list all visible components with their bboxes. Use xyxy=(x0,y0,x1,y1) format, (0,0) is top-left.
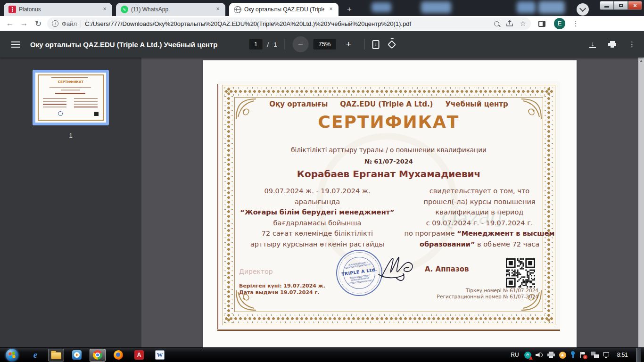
taskbar-icon-acrobat[interactable]: A xyxy=(131,349,147,362)
scan-edge-artifact xyxy=(217,329,560,331)
close-button[interactable]: × xyxy=(628,1,642,10)
maximize-button[interactable] xyxy=(614,1,628,10)
taskbar-icon-firefox[interactable] xyxy=(110,349,126,362)
page-number-input[interactable]: 1 xyxy=(249,39,263,49)
address-bar: ← → ↻ i Файл C:/Users/777/Downloads/Оку%… xyxy=(0,16,644,31)
globe-favicon-icon xyxy=(234,6,241,13)
show-desktop-button[interactable] xyxy=(636,348,641,362)
profile-avatar[interactable]: E xyxy=(554,18,565,29)
media-player-icon xyxy=(72,350,82,360)
tab-platonus[interactable]: Platonus × xyxy=(4,3,112,16)
new-tab-button[interactable]: + xyxy=(343,4,355,16)
page-thumbnail[interactable]: СЕРТИФИКАТ xyxy=(33,70,109,125)
page-total: 1 xyxy=(273,41,277,48)
back-button[interactable]: ← xyxy=(3,19,17,28)
taskbar-icon-ie[interactable]: e xyxy=(27,349,43,362)
thumbnail-qr-icon xyxy=(94,112,99,116)
right-line: прошел(-ла) курсы повышения xyxy=(404,197,555,207)
left-line: аралығында xyxy=(233,197,401,207)
window-controls: × xyxy=(600,1,642,10)
taskbar-clock[interactable]: 8:51 xyxy=(617,352,628,358)
tab-pdf-active[interactable]: Оку орталыты QAZ.EDU (Triple A × xyxy=(229,3,339,16)
whatsapp-favicon-icon xyxy=(121,6,128,13)
bookmark-star-icon[interactable]: ☆ xyxy=(520,19,526,28)
taskbar-icon-word[interactable]: W xyxy=(152,349,168,362)
right-line: с 09.07.2024 г. - 19.07.2024 г. xyxy=(404,218,555,229)
left-line: 09.07.2024 ж. - 19.07.2024 ж. xyxy=(233,186,401,197)
forward-button[interactable]: → xyxy=(17,19,31,28)
vertical-scrollbar[interactable] xyxy=(638,58,644,347)
folder-icon xyxy=(51,352,61,359)
tab-close-icon[interactable]: × xyxy=(214,6,222,13)
left-line: бағдарламасы бойынша xyxy=(233,218,401,229)
zoom-page-icon[interactable] xyxy=(494,21,499,26)
printer-tray-icon[interactable] xyxy=(547,352,555,358)
network-tray-icon[interactable] xyxy=(603,352,610,358)
zoom-out-button[interactable]: − xyxy=(292,36,308,52)
start-button[interactable] xyxy=(6,349,18,362)
update-tray-icon[interactable] xyxy=(559,352,566,359)
right-line: квалификации в период xyxy=(404,207,555,218)
tab-title: Platonus xyxy=(19,6,98,13)
language-indicator[interactable]: RU xyxy=(511,352,519,358)
page-info-icon[interactable]: i xyxy=(52,20,58,27)
share-icon[interactable] xyxy=(506,20,513,27)
ornament-border-bottom xyxy=(224,314,553,323)
remote-pc-tray-icon[interactable] xyxy=(591,352,599,358)
firefox-icon xyxy=(114,350,123,360)
certificate-recipient: Корабаев Ерганат Мухамадиевич xyxy=(217,168,560,180)
thumbnail-page-number: 1 xyxy=(0,132,141,139)
acrobat-icon: A xyxy=(134,350,144,360)
minimize-button[interactable] xyxy=(600,1,614,10)
stamp-company-name: TRIPLE A Ltd. xyxy=(341,267,377,277)
antivirus-tray-icon[interactable]: e xyxy=(524,352,531,359)
thumbnail-preview: СЕРТИФИКАТ xyxy=(35,73,106,123)
key-tray-icon[interactable] xyxy=(570,351,575,359)
action-center-flag-icon[interactable]: × xyxy=(579,352,586,359)
omnibox-divider xyxy=(81,20,81,27)
tab-close-icon[interactable]: × xyxy=(101,6,108,13)
url-scheme-label: Файл xyxy=(62,20,77,27)
maximize-icon xyxy=(619,4,623,7)
fit-to-page-icon[interactable]: ↕ xyxy=(372,40,379,49)
issue-date-ru: Дата выдачи 19.07.2024 г. xyxy=(239,289,325,296)
zoom-level-input[interactable]: 75% xyxy=(313,39,336,49)
windows-logo-icon xyxy=(8,352,16,359)
platonus-favicon-icon xyxy=(8,6,16,13)
left-line: 72 сағат көлемінде біліктілікті xyxy=(233,228,401,239)
background-window-artifact xyxy=(517,1,536,13)
org-kz: Оқу орталығы xyxy=(269,100,328,108)
page-separator: / xyxy=(267,41,269,48)
background-window-artifact xyxy=(538,1,565,14)
rotate-icon[interactable] xyxy=(388,40,396,49)
pdf-menu-icon[interactable] xyxy=(11,41,20,48)
tab-whatsapp[interactable]: (11) WhatsApp × xyxy=(116,3,225,16)
taskbar-icon-media-player[interactable] xyxy=(69,349,85,362)
taskbar-icon-explorer[interactable] xyxy=(48,349,64,362)
zoom-in-button[interactable]: + xyxy=(340,36,356,52)
scroll-up-icon[interactable] xyxy=(640,60,643,62)
url-text[interactable]: C:/Users/777/Downloads/Оку%20орталыты%20… xyxy=(85,20,490,27)
browser-menu-kebab-icon[interactable]: ⋮ xyxy=(571,19,580,28)
tab-search-button[interactable] xyxy=(577,3,589,16)
registration-numbers: Тіркеу номері № 61/07-2024 Регистрационн… xyxy=(437,288,538,300)
pdf-viewer: Qazaq Оқу орталығы QAZ.EDU (Triple A Ltd… xyxy=(141,58,638,347)
pdf-toolbar: Оку орталыты QAZ.EDU (Triple A Ltd.) Уче… xyxy=(0,31,644,58)
download-icon[interactable]: ↓ xyxy=(589,41,596,48)
certificate-number: № 61/07-2024 xyxy=(217,158,560,165)
right-program-name: образовании” xyxy=(420,240,475,248)
tab-close-icon[interactable]: × xyxy=(327,6,335,13)
print-icon[interactable] xyxy=(608,41,616,48)
pdf-page: Qazaq Оқу орталығы QAZ.EDU (Triple A Ltd… xyxy=(203,60,577,347)
omnibox[interactable]: i Файл C:/Users/777/Downloads/Оку%20орта… xyxy=(47,17,531,30)
close-icon: × xyxy=(633,2,637,9)
pdf-more-kebab-icon[interactable]: ⋮ xyxy=(628,40,636,49)
side-panel-icon[interactable] xyxy=(538,21,545,27)
signature xyxy=(376,250,432,284)
taskbar-icon-chrome[interactable] xyxy=(90,349,106,362)
director-label: Директор xyxy=(239,268,273,275)
reload-button[interactable]: ↻ xyxy=(31,19,45,29)
volume-tray-icon[interactable] xyxy=(536,352,543,358)
ie-icon: e xyxy=(33,350,37,360)
system-tray: RU e × 8:51 xyxy=(511,348,644,362)
